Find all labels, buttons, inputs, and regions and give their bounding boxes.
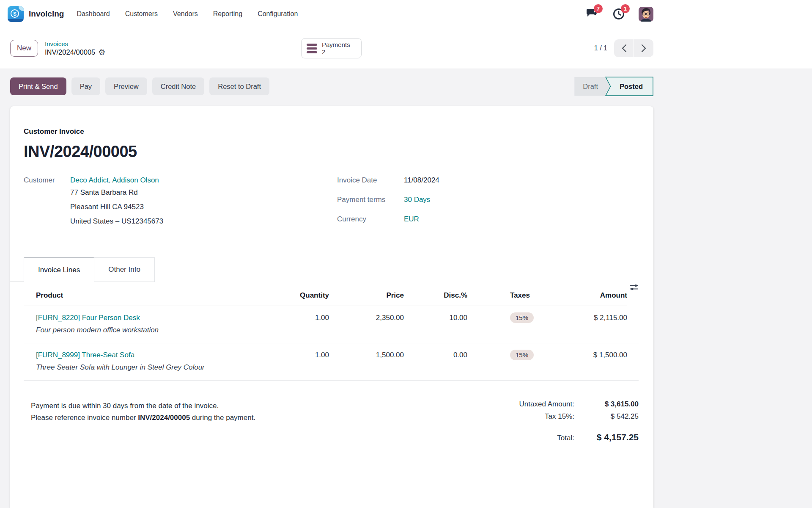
- menu-dashboard[interactable]: Dashboard: [77, 10, 110, 18]
- pager-nav: [614, 39, 653, 57]
- payments-label: Payments: [322, 41, 350, 48]
- menu-configuration[interactable]: Configuration: [258, 10, 298, 18]
- invoice-sheet: Customer Invoice INV/2024/00005 Customer…: [10, 106, 653, 508]
- quantity-cell: 1.00: [266, 343, 329, 359]
- status-draft[interactable]: Draft: [574, 77, 610, 96]
- invoicing-app-icon: $: [8, 6, 24, 22]
- invoice-line-row: [FURN_8220] Four Person Desk Four person…: [24, 306, 639, 343]
- tab-other-info[interactable]: Other Info: [94, 257, 155, 282]
- discount-cell: 0.00: [404, 343, 467, 359]
- row-spacer: [627, 343, 639, 351]
- settings-gear-icon[interactable]: ⚙: [98, 48, 105, 56]
- note-invoice-number: INV/2024/00005: [138, 414, 190, 422]
- invoice-lines-table: Product Quantity Price Disc.% Taxes Amou…: [24, 282, 639, 381]
- discount-cell: 10.00: [404, 306, 467, 322]
- price-cell: 2,350.00: [329, 306, 404, 322]
- breadcrumb-current-label: INV/2024/00005: [45, 48, 95, 56]
- tax-badge: 15%: [510, 350, 534, 360]
- pager-value: 1 / 1: [594, 44, 607, 52]
- pager-previous-button[interactable]: [614, 39, 634, 57]
- customer-value: Deco Addict, Addison Olson 77 Santa Barb…: [70, 176, 163, 235]
- quantity-cell: 1.00: [266, 306, 329, 322]
- preview-button[interactable]: Preview: [105, 77, 147, 95]
- payments-count: 2: [322, 48, 350, 55]
- credit-note-button[interactable]: Credit Note: [152, 77, 204, 95]
- status-posted[interactable]: Posted: [605, 77, 653, 96]
- untaxed-amount-row: Untaxed Amount: $ 3,615.00: [486, 400, 639, 409]
- payment-terms-row: Payment terms 30 Days: [337, 196, 639, 204]
- currency-label: Currency: [337, 215, 404, 224]
- invoice-date-label: Invoice Date: [337, 176, 404, 185]
- invoicing-app: $ Invoicing Dashboard Customers Vendors …: [0, 0, 812, 508]
- pager: 1 / 1: [594, 39, 653, 57]
- tax-label: Tax 15%:: [545, 412, 574, 421]
- total-value: $ 4,157.25: [574, 432, 639, 442]
- avatar-image: [639, 7, 653, 22]
- activities-badge: 1: [621, 4, 630, 13]
- sliders-icon: [629, 284, 639, 291]
- currency-link[interactable]: EUR: [404, 215, 419, 224]
- page-body: Print & Send Pay Preview Credit Note Res…: [0, 69, 812, 508]
- product-link[interactable]: [FURN_8220] Four Person Desk: [36, 314, 140, 322]
- product-link[interactable]: [FURN_8999] Three-Seat Sofa: [36, 351, 134, 359]
- document-type-label: Customer Invoice: [24, 127, 639, 136]
- total-label: Total:: [557, 434, 574, 442]
- invoice-info: Customer Deco Addict, Addison Olson 77 S…: [24, 176, 639, 235]
- new-button[interactable]: New: [10, 40, 38, 57]
- price-cell: 1,500.00: [329, 343, 404, 359]
- status-posted-label: Posted: [605, 77, 653, 96]
- top-navbar: $ Invoicing Dashboard Customers Vendors …: [0, 0, 812, 28]
- pay-button[interactable]: Pay: [71, 77, 100, 95]
- invoice-details-block: Invoice Date 11/08/2024 Payment terms 30…: [337, 176, 639, 235]
- col-header-price: Price: [329, 282, 404, 306]
- tab-invoice-lines[interactable]: Invoice Lines: [24, 257, 94, 282]
- row-spacer: [627, 306, 639, 314]
- activities-button[interactable]: 1: [612, 7, 626, 21]
- menu-vendors[interactable]: Vendors: [173, 10, 198, 18]
- customer-link[interactable]: Deco Addict, Addison Olson: [70, 176, 163, 185]
- payment-terms-note: Payment is due within 30 days from the d…: [24, 400, 255, 446]
- invoice-date-value[interactable]: 11/08/2024: [404, 176, 439, 185]
- product-description: Four person modern office workstation: [36, 326, 266, 334]
- user-avatar[interactable]: [639, 7, 653, 22]
- amount-cell: $ 2,115.00: [561, 306, 627, 322]
- breadcrumb-current: INV/2024/00005 ⚙: [45, 48, 105, 56]
- optional-columns-button[interactable]: [627, 282, 639, 297]
- tax-row: Tax 15%: $ 542.25: [486, 412, 639, 421]
- breadcrumb-invoices-link[interactable]: Invoices: [45, 40, 105, 47]
- currency-row: Currency EUR: [337, 215, 639, 224]
- messages-badge: 7: [594, 4, 603, 13]
- pager-next-button[interactable]: [634, 39, 653, 57]
- customer-block: Customer Deco Addict, Addison Olson 77 S…: [24, 176, 163, 235]
- col-header-discount: Disc.%: [404, 282, 467, 306]
- taxes-cell: 15%: [467, 306, 561, 323]
- menu-reporting[interactable]: Reporting: [213, 10, 242, 18]
- col-header-product: Product: [24, 282, 266, 306]
- product-cell: [FURN_8999] Three-Seat Sofa Three Seater…: [24, 343, 266, 372]
- note-line2: Please reference invoice number INV/2024…: [31, 412, 255, 424]
- col-header-taxes: Taxes: [467, 282, 561, 306]
- untaxed-amount-value: $ 3,615.00: [574, 400, 639, 409]
- customer-address-line2: Pleasant Hill CA 94523: [70, 201, 163, 213]
- customer-address-line1: 77 Santa Barbara Rd: [70, 186, 163, 199]
- breadcrumb: Invoices INV/2024/00005 ⚙: [45, 40, 105, 56]
- chevron-left-icon: [621, 44, 627, 52]
- col-header-amount: Amount: [561, 282, 627, 306]
- customer-field-label: Customer: [24, 176, 70, 235]
- payments-button-text: Payments 2: [322, 41, 350, 56]
- payments-smart-button[interactable]: Payments 2: [301, 38, 362, 58]
- total-row: Total: $ 4,157.25: [486, 427, 639, 442]
- dollar-coin-icon: $: [11, 9, 19, 18]
- app-switcher[interactable]: $ Invoicing: [8, 6, 64, 22]
- payment-terms-label: Payment terms: [337, 196, 404, 204]
- sheet-footer: Payment is due within 30 days from the d…: [24, 400, 639, 446]
- reset-to-draft-button[interactable]: Reset to Draft: [209, 77, 269, 95]
- print-and-send-button[interactable]: Print & Send: [10, 77, 66, 95]
- untaxed-amount-label: Untaxed Amount:: [519, 400, 574, 409]
- payment-terms-link[interactable]: 30 Days: [404, 196, 430, 204]
- systray: 7 1: [584, 7, 653, 22]
- note-line1: Payment is due within 30 days from the d…: [31, 400, 255, 412]
- app-name: Invoicing: [29, 9, 64, 19]
- messages-button[interactable]: 7: [584, 7, 599, 21]
- menu-customers[interactable]: Customers: [125, 10, 158, 18]
